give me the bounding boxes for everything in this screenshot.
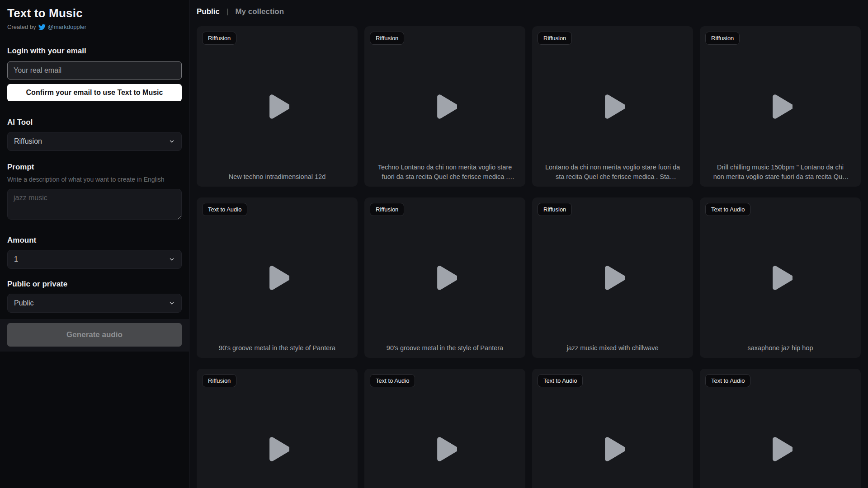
play-icon[interactable] xyxy=(768,436,793,463)
audio-card: Text to Audio saxaphone jaz hip hop xyxy=(700,197,861,358)
audio-card: Riffusion Lontano da chi non merita vogl… xyxy=(532,26,693,187)
chevron-down-icon xyxy=(169,256,175,263)
card-caption: saxaphone jaz hip hop xyxy=(700,343,861,353)
twitter-icon xyxy=(38,24,46,30)
card-caption: Lontano da chi non merita voglio stare f… xyxy=(532,163,693,183)
tool-badge: Riffusion xyxy=(538,32,572,45)
amount-selected-value: 1 xyxy=(14,255,18,263)
audio-card: Text to Audio xyxy=(532,369,693,488)
prompt-label: Prompt xyxy=(7,163,182,172)
tool-badge: Text to Audio xyxy=(538,374,583,387)
audio-cards-grid: Riffusion New techno intradimensional 12… xyxy=(197,26,861,488)
tab-my-collection[interactable]: My collection xyxy=(235,6,284,17)
ai-tool-label: AI Tool xyxy=(7,118,182,127)
card-caption: jazz music mixed with chillwave xyxy=(532,343,693,353)
card-caption: Drill chilling music 150bpm " Lontano da… xyxy=(700,163,861,183)
tab-public[interactable]: Public xyxy=(197,6,220,17)
amount-select[interactable]: 1 xyxy=(7,250,182,269)
generate-audio-button[interactable]: Generate audio xyxy=(7,323,182,347)
audio-card: Riffusion Techno Lontano da chi non meri… xyxy=(364,26,525,187)
play-icon[interactable] xyxy=(433,93,457,120)
play-icon[interactable] xyxy=(600,264,625,291)
audio-card: Riffusion New techno intradimensional 12… xyxy=(197,26,358,187)
card-caption: 90's groove metal in the style of Panter… xyxy=(197,343,358,353)
generate-section: Generate audio xyxy=(0,319,189,352)
audio-card: Riffusion xyxy=(197,369,358,488)
confirm-email-button[interactable]: Confirm your email to use Text to Music xyxy=(7,84,182,101)
tool-badge: Riffusion xyxy=(370,203,404,216)
audio-card: Text to Audio xyxy=(700,369,861,488)
play-icon[interactable] xyxy=(768,264,793,291)
play-icon[interactable] xyxy=(600,436,625,463)
play-icon[interactable] xyxy=(600,93,625,120)
audio-card: Riffusion 90's groove metal in the style… xyxy=(364,197,525,358)
prompt-helper-text: Write a description of what you want to … xyxy=(7,176,182,183)
play-icon[interactable] xyxy=(265,264,289,291)
twitter-handle-link[interactable]: @markdoppler_ xyxy=(48,23,90,30)
card-caption: 90's groove metal in the style of Panter… xyxy=(364,343,525,353)
chevron-down-icon xyxy=(169,300,175,306)
ai-tool-select[interactable]: Riffusion xyxy=(7,132,182,151)
tool-badge: Riffusion xyxy=(202,32,236,45)
ai-tool-selected-value: Riffusion xyxy=(14,137,42,145)
tab-separator: | xyxy=(226,6,228,17)
play-icon[interactable] xyxy=(433,264,457,291)
chevron-down-icon xyxy=(169,138,175,145)
tool-badge: Text to Audio xyxy=(370,374,415,387)
amount-label: Amount xyxy=(7,236,182,245)
tool-badge: Text to Audio xyxy=(705,374,750,387)
play-icon[interactable] xyxy=(768,93,793,120)
card-caption: Techno Lontano da chi non merita voglio … xyxy=(364,163,525,183)
visibility-select[interactable]: Public xyxy=(7,294,182,313)
tool-badge: Riffusion xyxy=(202,374,236,387)
audio-card: Text to Audio xyxy=(364,369,525,488)
play-icon[interactable] xyxy=(265,93,289,120)
visibility-selected-value: Public xyxy=(14,299,34,307)
tool-badge: Text to Audio xyxy=(202,203,247,216)
tool-badge: Riffusion xyxy=(538,203,572,216)
main-content: Public | My collection Riffusion New tec… xyxy=(189,0,868,488)
card-caption: New techno intradimensional 12d xyxy=(197,172,358,182)
collection-tabs: Public | My collection xyxy=(197,6,861,17)
tool-badge: Riffusion xyxy=(370,32,404,45)
audio-card: Riffusion jazz music mixed with chillwav… xyxy=(532,197,693,358)
sidebar: Text to Music Created by @markdoppler_ L… xyxy=(0,0,189,488)
visibility-label: Public or private xyxy=(7,280,182,289)
play-icon[interactable] xyxy=(433,436,457,463)
audio-card: Riffusion Drill chilling music 150bpm " … xyxy=(700,26,861,187)
tool-badge: Riffusion xyxy=(705,32,740,45)
prompt-textarea[interactable] xyxy=(7,189,182,220)
play-icon[interactable] xyxy=(265,436,289,463)
created-by-row: Created by @markdoppler_ xyxy=(7,23,182,30)
login-label: Login with your email xyxy=(7,47,182,56)
created-by-label: Created by xyxy=(7,23,36,30)
tool-badge: Text to Audio xyxy=(705,203,750,216)
email-input[interactable] xyxy=(7,61,182,80)
audio-card: Text to Audio 90's groove metal in the s… xyxy=(197,197,358,358)
app-title: Text to Music xyxy=(7,6,182,20)
